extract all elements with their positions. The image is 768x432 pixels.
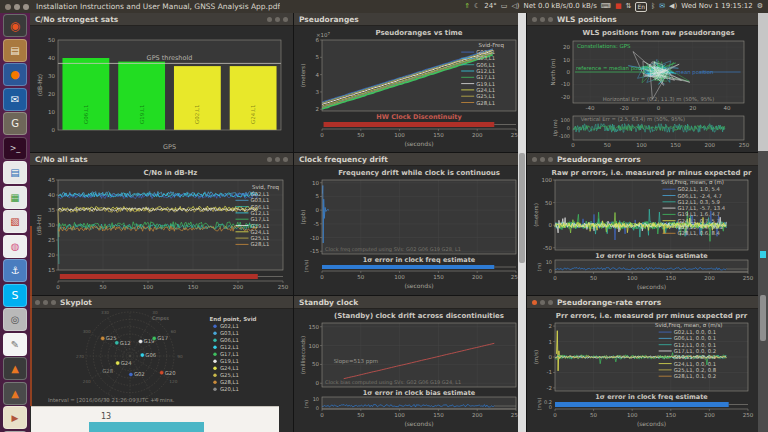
svg-text:G19,L1: G19,L1: [251, 223, 270, 229]
svg-text:50: 50: [590, 412, 597, 418]
battery-icon[interactable]: ▭: [501, 3, 508, 10]
panel-titlebar[interactable]: Pseudorange-rate errors: [527, 296, 758, 309]
svg-text:50: 50: [590, 275, 597, 281]
panel-titlebar[interactable]: WLS positions: [527, 13, 758, 26]
volume-mini-icon[interactable]: ◁): [511, 3, 519, 10]
panel-close-button[interactable]: [532, 300, 537, 305]
svg-text:Pseudoranges vs time: Pseudoranges vs time: [375, 29, 462, 37]
panel-maximize-button[interactable]: [283, 157, 288, 162]
panel-title: WLS positions: [557, 15, 617, 24]
panel-close-button[interactable]: [267, 157, 272, 162]
svg-text:20: 20: [689, 105, 696, 111]
sound-icon[interactable]: ◀): [669, 3, 677, 10]
panel-close-button[interactable]: [35, 300, 40, 305]
panel-title: C/No all sats: [35, 155, 88, 164]
svg-text:G19,L1, 1.6, 4.7: G19,L1, 1.6, 4.7: [678, 211, 720, 217]
draw-app-icon[interactable]: ✎: [3, 333, 27, 356]
panel-minimize-button[interactable]: [43, 300, 48, 305]
window-close-button[interactable]: [5, 4, 11, 10]
pdf-window-peek[interactable]: 13: [31, 406, 279, 432]
panel-minimize-button[interactable]: [540, 300, 545, 305]
network-speed-label[interactable]: Net 0.0 kB/s/0.0 kB/s: [524, 3, 597, 10]
matlab-2-icon[interactable]: ▲: [3, 382, 27, 405]
dash-home-icon[interactable]: ◉: [3, 14, 27, 37]
svg-text:0: 0: [316, 380, 320, 386]
svg-text:(milliseconds): (milliseconds): [300, 336, 306, 374]
libreoffice-calc-icon-glyph: ▦: [10, 192, 19, 203]
anchor-app-icon[interactable]: ⚓: [3, 259, 27, 282]
software-center-icon[interactable]: ◍: [3, 235, 27, 258]
svg-text:0: 0: [549, 268, 552, 274]
panel-wls-positions: WLS positions WLS positions from raw pse…: [527, 13, 758, 152]
svg-text:G24: G24: [121, 360, 132, 366]
panel-maximize-button[interactable]: [548, 300, 553, 305]
firefox-icon[interactable]: ●: [3, 63, 27, 86]
svg-text:(m): (m): [537, 263, 542, 272]
session-gear-icon[interactable]: ⚙: [757, 3, 763, 10]
window-maximize-button[interactable]: [23, 4, 29, 10]
panel-maximize-button[interactable]: [51, 300, 56, 305]
keyboard-layout-indicator[interactable]: En: [635, 2, 647, 12]
svg-text:1σ error in clock freq estimat: 1σ error in clock freq estimate: [363, 256, 476, 264]
disk-utility-icon-glyph: ◎: [11, 314, 20, 325]
svg-text:G28,L1, 0.6, 8.4: G28,L1, 0.6, 8.4: [678, 230, 721, 236]
files-icon[interactable]: ▤: [3, 39, 27, 62]
svg-text:North (m): North (m): [550, 59, 556, 86]
panel-titlebar[interactable]: Clock frequency drift: [294, 153, 526, 166]
panel-window-buttons: [532, 157, 553, 162]
panel-close-button[interactable]: [267, 17, 272, 22]
weather-moon-icon[interactable]: ☾: [474, 3, 480, 10]
panel-titlebar[interactable]: Pseudorange errors: [527, 153, 758, 166]
indicator-area: ⇑☾24°▭◁)Net 0.0 kB/s/0.0 kB/s⌨■⇅Enᛒ✉◀)We…: [464, 2, 763, 12]
system-load-icon[interactable]: ⇑: [464, 3, 470, 10]
maps-icon[interactable]: ▶: [3, 406, 27, 429]
thunderbird-icon[interactable]: ✉: [3, 88, 27, 111]
panel-maximize-button[interactable]: [283, 17, 288, 22]
panel-titlebar[interactable]: C/No strongest sats: [30, 13, 293, 26]
svg-text:Svid, Freq: Svid, Freq: [252, 184, 279, 191]
libreoffice-writer-icon[interactable]: ▤: [3, 161, 27, 184]
scrollbar-thumb[interactable]: [760, 295, 766, 341]
terminal-icon[interactable]: >_: [3, 137, 27, 160]
svg-text:0: 0: [549, 354, 553, 360]
record-indicator-icon[interactable]: ■: [615, 3, 622, 10]
svg-text:330: 330: [101, 310, 109, 315]
middle-column-scrollbar[interactable]: [518, 13, 526, 432]
mail-icon[interactable]: ✉: [659, 3, 665, 10]
panel-minimize-button[interactable]: [540, 17, 545, 22]
libreoffice-impress-icon[interactable]: ▧: [3, 210, 27, 233]
sync-arrows-icon[interactable]: ⇅: [626, 3, 632, 10]
svg-text:G28,L1: G28,L1: [220, 379, 239, 385]
clock-label[interactable]: Wed Nov 1 19:15:12: [681, 3, 753, 10]
chart-cno-all-sats: C/No in dB-Hz15202530354045(dB-Hz)Svid, …: [30, 166, 293, 295]
svg-text:-20: -20: [620, 105, 629, 111]
disk-utility-icon[interactable]: ◎: [3, 308, 27, 331]
libreoffice-calc-icon[interactable]: ▦: [3, 186, 27, 209]
gimp-icon[interactable]: G: [3, 112, 27, 135]
panel-minimize-button[interactable]: [275, 157, 280, 162]
matlab-icon[interactable]: ▲: [3, 357, 27, 380]
window-minimize-button[interactable]: [14, 4, 20, 10]
svg-text:-100: -100: [559, 133, 570, 139]
right-edge-scrollbar[interactable]: [758, 13, 768, 432]
panel-maximize-button[interactable]: [548, 157, 553, 162]
libreoffice-impress-icon-glyph: ▧: [10, 216, 19, 227]
svg-text:0: 0: [52, 127, 56, 133]
panel-minimize-button[interactable]: [540, 157, 545, 162]
panel-close-button[interactable]: [532, 17, 537, 22]
svg-text:0: 0: [549, 404, 552, 410]
panel-close-button[interactable]: [532, 157, 537, 162]
panel-titlebar[interactable]: Skyplot: [30, 296, 293, 309]
panel-title: C/No strongest sats: [35, 15, 118, 24]
svg-text:40: 40: [48, 192, 55, 198]
panel-titlebar[interactable]: Standby clock: [294, 296, 526, 309]
panel-titlebar[interactable]: C/No all sats: [30, 153, 293, 166]
panel-minimize-button[interactable]: [275, 17, 280, 22]
panel-maximize-button[interactable]: [548, 17, 553, 22]
bluetooth-icon[interactable]: ᛒ: [651, 3, 655, 10]
keyboard-icon[interactable]: ⌨: [601, 3, 611, 10]
panel-titlebar[interactable]: Pseudoranges: [294, 13, 526, 26]
skype-icon[interactable]: S: [3, 284, 27, 307]
temperature-label[interactable]: 24°: [484, 3, 496, 10]
scrollbar-thumb[interactable]: [519, 153, 525, 263]
